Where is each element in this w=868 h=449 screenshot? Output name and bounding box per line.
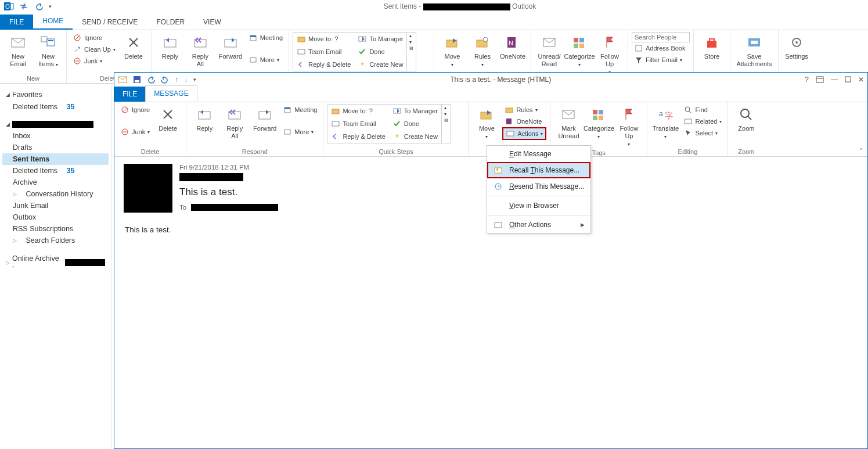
folder-inbox[interactable]: Inbox <box>2 130 109 142</box>
msg-qs-moveto[interactable]: Move to: ? <box>327 105 388 117</box>
tab-home[interactable]: HOME <box>33 13 73 30</box>
online-archive-header[interactable]: ▷Online Archive - <box>2 252 109 273</box>
junk-button[interactable]: Junk ▾ <box>70 55 118 67</box>
qs-createnew[interactable]: Create New <box>354 58 406 71</box>
delete-button[interactable]: Delete <box>119 32 148 60</box>
onenote-button[interactable]: NOneNote <box>498 32 527 60</box>
menu-resend-message[interactable]: Resend This Message... <box>487 178 590 195</box>
help-icon[interactable]: ? <box>805 76 809 84</box>
msg-actions-button[interactable]: Actions ▾ <box>502 127 546 140</box>
close-icon[interactable]: ✕ <box>858 76 864 84</box>
folder-drafts[interactable]: Drafts <box>2 142 109 153</box>
msg-move-button[interactable]: Move▾ <box>472 104 501 141</box>
msg-qs-down[interactable]: ▾ <box>442 111 451 117</box>
msg-undo-icon[interactable] <box>147 76 155 84</box>
msg-qs-tomanager[interactable]: To Manager <box>389 105 441 117</box>
msg-qs-team-email[interactable]: Team Email <box>327 117 388 130</box>
msg-tab-file[interactable]: FILE <box>114 87 145 102</box>
favorites-header[interactable]: ◢Favorites <box>2 88 109 101</box>
msg-delete-button[interactable]: Delete <box>153 104 182 132</box>
rules-button[interactable]: Rules▾ <box>468 32 497 69</box>
folder-sent-items[interactable]: Sent Items <box>2 153 109 165</box>
categorize-button[interactable]: Categorize▾ <box>565 32 594 69</box>
new-email-button[interactable]: New Email <box>3 32 33 68</box>
cleanup-button[interactable]: Clean Up ▾ <box>70 44 118 55</box>
msg-translate-button[interactable]: a字Translate▾ <box>651 104 680 141</box>
meeting-button[interactable]: Meeting <box>246 32 285 44</box>
msg-forward-button[interactable]: Forward <box>250 104 279 132</box>
settings-button[interactable]: Settings <box>782 32 811 60</box>
msg-meeting-button[interactable]: Meeting <box>280 104 319 116</box>
menu-other-actions[interactable]: Other Actions▶ <box>487 217 590 233</box>
msg-related-button[interactable]: Related ▾ <box>681 116 724 127</box>
minimize-icon[interactable]: — <box>831 76 838 84</box>
menu-recall-message[interactable]: Recall This Message... <box>487 162 590 178</box>
folder-rss[interactable]: RSS Subscriptions <box>2 223 109 235</box>
qs-team-email[interactable]: Team Email <box>293 45 354 58</box>
msg-ignore-button[interactable]: Ignore <box>118 104 152 116</box>
qs-scroll-down[interactable]: ▾ <box>407 39 416 45</box>
msg-qs-expand[interactable]: ⊟ <box>442 117 451 124</box>
msg-select-button[interactable]: Select ▾ <box>681 127 724 139</box>
msg-reply-all-button[interactable]: Reply All <box>220 104 249 140</box>
unread-read-button[interactable]: Unread/ Read <box>535 32 564 68</box>
ignore-button[interactable]: Ignore <box>70 32 118 44</box>
folder-deleted-items[interactable]: Deleted Items 35 <box>2 165 109 177</box>
new-items-button[interactable]: New Items ▾ <box>34 32 63 69</box>
msg-followup-button[interactable]: Follow Up▾ <box>614 104 643 148</box>
qs-moveto[interactable]: Move to: ? <box>293 33 354 45</box>
qs-tomanager[interactable]: To Manager <box>354 33 406 45</box>
msg-qat-dropdown[interactable]: ▾ <box>193 77 196 82</box>
move-button[interactable]: Move▾ <box>438 32 467 69</box>
qs-done[interactable]: Done <box>354 45 406 58</box>
folder-search-folders[interactable]: ▷ Search Folders <box>2 235 109 246</box>
msg-save-icon[interactable] <box>133 76 141 84</box>
menu-edit-message[interactable]: Edit Message <box>487 146 590 162</box>
reply-button[interactable]: Reply <box>156 32 185 60</box>
msg-tab-message[interactable]: MESSAGE <box>145 85 197 102</box>
followup-button[interactable]: Follow Up▾ <box>595 32 624 76</box>
folder-archive[interactable]: Archive <box>2 177 109 188</box>
tab-file[interactable]: FILE <box>0 15 33 30</box>
folder-outbox[interactable]: Outbox <box>2 211 109 223</box>
msg-reply-button[interactable]: Reply <box>190 104 219 132</box>
msg-zoom-button[interactable]: Zoom <box>732 104 761 132</box>
tab-send-receive[interactable]: SEND / RECEIVE <box>73 15 147 30</box>
qs-reply-delete[interactable]: Reply & Delete <box>293 58 354 71</box>
forward-button[interactable]: Forward <box>216 32 245 60</box>
msg-prev-icon[interactable]: ↑ <box>175 76 178 84</box>
folder-junk[interactable]: Junk Email <box>2 200 109 211</box>
tab-view[interactable]: VIEW <box>194 15 230 30</box>
save-attachments-button[interactable]: Save Attachments <box>734 32 775 68</box>
filter-email-button[interactable]: Filter Email ▾ <box>632 54 690 66</box>
qs-scroll-up[interactable]: ▴ <box>407 33 416 39</box>
msg-onenote-button[interactable]: OneNote <box>502 116 546 127</box>
address-book-button[interactable]: Address Book <box>632 42 690 54</box>
msg-qs-done[interactable]: Done <box>389 117 441 130</box>
msg-rules-button[interactable]: Rules ▾ <box>502 104 546 116</box>
ribbon-display-icon[interactable] <box>816 76 824 83</box>
msg-mark-unread-button[interactable]: Mark Unread <box>554 104 583 140</box>
mailbox-header[interactable]: ◢ <box>2 118 109 130</box>
reply-all-button[interactable]: Reply All <box>186 32 215 68</box>
msg-find-button[interactable]: Find <box>681 104 724 116</box>
msg-junk-button[interactable]: Junk ▾ <box>118 126 152 138</box>
msg-more-button[interactable]: More ▾ <box>280 126 319 138</box>
tab-folder[interactable]: FOLDER <box>147 15 194 30</box>
msg-qs-reply-delete[interactable]: Reply & Delete <box>327 130 388 143</box>
msg-next-icon[interactable]: ↓ <box>184 76 188 84</box>
menu-view-in-browser[interactable]: View in Browser <box>487 197 590 214</box>
msg-qs-createnew[interactable]: Create New <box>389 130 441 143</box>
store-button[interactable]: Store <box>697 32 726 60</box>
fav-deleted-items[interactable]: Deleted Items 35 <box>2 101 109 113</box>
ribbon-collapse-icon[interactable]: ˄ <box>860 148 863 154</box>
search-people-input[interactable] <box>632 32 690 42</box>
msg-qs-up[interactable]: ▴ <box>442 105 451 111</box>
msg-categorize-button[interactable]: Categorize▾ <box>584 104 613 141</box>
msg-redo-icon[interactable] <box>161 76 169 84</box>
qs-expand[interactable]: ⊟ <box>407 45 416 52</box>
send-receive-icon[interactable] <box>19 1 29 12</box>
undo-icon[interactable] <box>34 1 44 12</box>
maximize-icon[interactable] <box>845 76 851 82</box>
folder-conversation-history[interactable]: ▷ Conversation History <box>2 188 109 200</box>
